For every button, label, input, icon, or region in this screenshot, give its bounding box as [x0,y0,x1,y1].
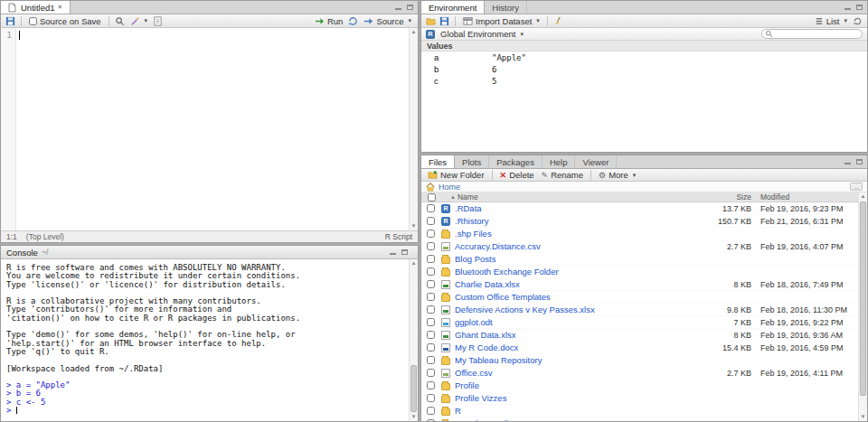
file-name-link[interactable]: Profile Vizzes [455,393,712,403]
file-name-link[interactable]: .RData [455,203,712,213]
file-name-link[interactable]: Blog Posts [455,254,712,264]
column-header-name[interactable]: Name [458,192,712,202]
minimize-icon[interactable] [394,4,402,11]
table-row[interactable]: My Tableau Repository [421,354,858,367]
table-row[interactable]: R [421,405,858,417]
code-tools-icon[interactable] [128,16,150,26]
environment-search[interactable] [761,29,863,39]
close-icon[interactable]: ✕ [58,4,63,11]
open-workspace-icon[interactable] [426,16,436,26]
file-name-link[interactable]: Defensive Actions v Key Passes.xlsx [455,305,712,314]
search-icon[interactable] [115,16,125,26]
file-checkbox[interactable] [427,267,435,276]
file-checkbox[interactable] [427,381,435,389]
delete-button[interactable]: ✕ Delete [498,170,536,180]
list-view-button[interactable]: List [812,16,849,26]
table-row[interactable]: R and R Studio [421,417,858,421]
scroll-up-icon[interactable]: ▲ [410,259,418,267]
file-checkbox[interactable] [427,217,435,225]
minimize-icon[interactable] [844,4,852,11]
file-checkbox[interactable] [427,331,435,339]
global-environment-selector[interactable]: Global Environment [439,29,525,39]
scroll-down-icon[interactable]: ▼ [410,413,418,421]
source-button[interactable]: Source [362,16,413,26]
file-name-link[interactable]: Ghant Data.xlsx [455,330,712,340]
console-scrollbar[interactable]: ▲ ▼ [409,259,418,421]
tab-plots[interactable]: Plots [455,155,489,168]
maximize-icon[interactable] [406,4,414,11]
table-row[interactable]: Bluetooth Exchange Folder [421,266,858,278]
scope-indicator[interactable]: (Top Level) [26,232,64,241]
compile-notebook-icon[interactable] [153,16,163,26]
scroll-down-icon[interactable]: ▼ [859,413,867,421]
scrollbar-thumb[interactable] [410,365,417,412]
import-dataset-button[interactable]: Import Dataset [461,16,542,26]
table-row[interactable]: Ghant Data.xlsx 8 KB Feb 19, 2016, 9:36 … [421,329,858,342]
run-button[interactable]: Run [313,16,344,26]
rerun-icon[interactable] [348,16,358,26]
sort-asc-icon[interactable]: ▲ [450,194,456,200]
table-row[interactable]: Profile [421,380,858,392]
file-checkbox[interactable] [427,407,435,415]
environment-search-input[interactable] [775,30,858,39]
file-checkbox[interactable] [427,280,435,288]
file-name-link[interactable]: .Rhistory [455,216,712,226]
environment-variable-row[interactable]: a"Apple" [421,52,867,63]
column-header-modified[interactable]: Modified [751,192,858,202]
file-checkbox[interactable] [427,343,435,352]
refresh-icon[interactable] [853,16,863,26]
table-row[interactable]: Defensive Actions v Key Passes.xlsx 9.8 … [421,304,858,316]
minimize-icon[interactable] [844,158,852,165]
file-name-link[interactable]: ggplot.odt [455,317,712,327]
table-row[interactable]: My R Code.docx 15.4 KB Feb 19, 2016, 4:5… [421,342,858,354]
table-row[interactable]: ggplot.odt 7 KB Feb 19, 2016, 9:22 PM [421,316,858,329]
file-name-link[interactable]: Accuracy.Distance.csv [455,241,712,251]
file-checkbox[interactable] [427,419,435,421]
scrollbar-thumb[interactable] [860,202,866,396]
file-name-link[interactable]: Bluetooth Exchange Folder [455,267,712,277]
tab-environment[interactable]: Environment [421,1,485,14]
table-row[interactable]: .RData 13.7 KB Feb 19, 2016, 9:23 PM [421,202,858,215]
source-on-save-checkbox[interactable] [29,17,37,25]
maximize-icon[interactable] [401,249,409,256]
tab-help[interactable]: Help [542,155,576,168]
file-checkbox[interactable] [427,204,435,212]
scroll-down-icon[interactable]: ▼ [410,222,418,230]
scroll-up-icon[interactable]: ▲ [410,28,418,36]
tab-history[interactable]: History [485,1,527,14]
file-name-link[interactable]: Charlie Data.xlsx [455,279,712,289]
breadcrumb-home[interactable]: Home [439,183,460,192]
file-checkbox[interactable] [427,255,435,263]
file-name-link[interactable]: Profile [455,380,712,390]
maximize-icon[interactable] [855,4,863,11]
tab-packages[interactable]: Packages [489,155,542,168]
file-name-link[interactable]: Custom Office Templates [455,292,712,302]
column-header-size[interactable]: Size [712,192,751,202]
file-name-link[interactable]: R [455,406,712,416]
file-checkbox[interactable] [427,230,435,238]
console-output[interactable]: R is free software and comes with ABSOLU… [1,259,409,421]
file-checkbox[interactable] [427,356,435,364]
table-row[interactable]: Blog Posts [421,253,858,266]
table-row[interactable]: Custom Office Templates [421,291,858,304]
tab-untitled1[interactable]: Untitled1 ✕ [1,1,71,14]
minimize-icon[interactable] [389,249,397,256]
table-row[interactable]: Charlie Data.xlsx 8 KB Feb 18, 2016, 7:4… [421,278,858,291]
more-button[interactable]: ⚙ More [597,170,637,180]
file-name-link[interactable]: R and R Studio [455,418,712,421]
file-name-link[interactable]: My Tableau Repository [455,355,712,365]
code-editor[interactable]: 1 ▲ ▼ [1,28,418,230]
editor-scrollbar[interactable]: ▲ ▼ [409,28,418,230]
file-name-link[interactable]: Office.csv [455,368,712,378]
environment-variable-row[interactable]: b6 [421,63,867,75]
save-icon[interactable] [5,16,15,26]
maximize-icon[interactable] [855,158,863,165]
source-on-save-toggle[interactable]: Source on Save [27,16,103,26]
table-row[interactable]: Profile Vizzes [421,392,858,405]
save-workspace-icon[interactable] [439,16,449,26]
file-name-link[interactable]: .shp Files [455,229,712,239]
file-checkbox[interactable] [427,242,435,250]
tab-viewer[interactable]: Viewer [575,155,617,168]
file-checkbox[interactable] [427,394,435,402]
filetype-indicator[interactable]: R Script [385,232,412,241]
